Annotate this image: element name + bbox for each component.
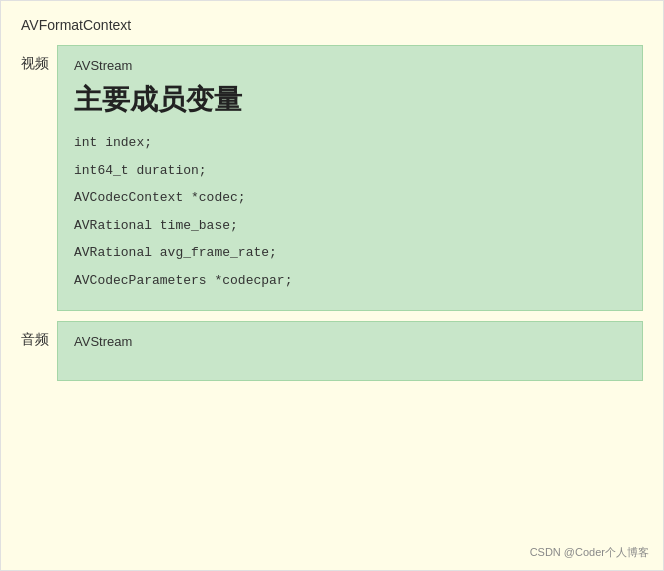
member-line: AVRational time_base; [74, 216, 626, 236]
main-members-heading: 主要成员变量 [74, 81, 626, 119]
video-section-row: 视频 AVStream 主要成员变量 int index; int64_t du… [21, 45, 643, 311]
page-wrapper: AVFormatContext 视频 AVStream 主要成员变量 int i… [0, 0, 664, 571]
watermark: CSDN @Coder个人博客 [530, 545, 649, 560]
audio-label: 音频 [21, 321, 57, 349]
member-line: AVCodecContext *codec; [74, 188, 626, 208]
member-line: int64_t duration; [74, 161, 626, 181]
video-label: 视频 [21, 45, 57, 73]
member-line: int index; [74, 133, 626, 153]
video-av-stream-title: AVStream [74, 58, 626, 73]
audio-av-stream-title: AVStream [74, 334, 626, 349]
audio-section-row: 音频 AVStream [21, 321, 643, 381]
member-line: AVRational avg_frame_rate; [74, 243, 626, 263]
av-format-context-title: AVFormatContext [21, 17, 643, 33]
video-av-stream-box: AVStream 主要成员变量 int index; int64_t durat… [57, 45, 643, 311]
audio-av-stream-box: AVStream [57, 321, 643, 381]
member-line: AVCodecParameters *codecpar; [74, 271, 626, 291]
